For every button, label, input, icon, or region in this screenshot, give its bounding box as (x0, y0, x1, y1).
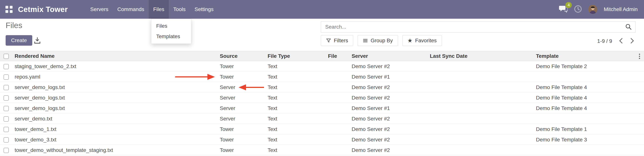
cell-server[interactable]: Demo Server #2 (350, 145, 428, 156)
menu-settings[interactable]: Settings (190, 0, 218, 19)
search-input[interactable] (321, 21, 622, 32)
cell-server[interactable]: Demo Server #2 (350, 135, 428, 145)
row-checkbox[interactable] (4, 85, 9, 90)
cell-server[interactable]: Demo Server #1 (350, 103, 428, 114)
column-header-server[interactable]: Server (350, 51, 428, 61)
avatar[interactable] (588, 5, 597, 14)
cell-file-type[interactable]: Text (265, 61, 326, 72)
row-checkbox[interactable] (4, 106, 9, 111)
search-submit-button[interactable] (622, 24, 635, 30)
table-row[interactable]: staging_tower_demo_2.txtTowerTextDemo Se… (0, 61, 644, 72)
cell-server[interactable]: Demo Server #2 (350, 114, 428, 124)
cell-template[interactable]: Demo File Template 2 (534, 61, 635, 72)
messages-button[interactable]: 4 (559, 5, 568, 14)
cell-template[interactable] (534, 72, 635, 82)
filters-button[interactable]: Filters (321, 35, 353, 46)
cell-last-sync-date[interactable] (428, 135, 534, 145)
cell-file-type[interactable]: Text (265, 72, 326, 82)
cell-template[interactable]: Demo File Template 4 (534, 82, 635, 93)
cell-source[interactable]: Tower (218, 72, 265, 82)
user-name[interactable]: Mitchell Admin (604, 6, 638, 12)
activity-button[interactable] (574, 5, 582, 14)
cell-rendered-name[interactable]: server_demo_logs.txt (12, 103, 218, 114)
favorites-button[interactable]: ★ Favorites (402, 35, 442, 46)
cell-source[interactable]: Tower (218, 135, 265, 145)
cell-last-sync-date[interactable] (428, 145, 534, 156)
cell-file[interactable] (326, 82, 350, 93)
cell-server[interactable]: Demo Server #2 (350, 61, 428, 72)
row-checkbox[interactable] (4, 148, 9, 153)
cell-source[interactable]: Server (218, 93, 265, 103)
table-row[interactable]: tower_demo_without_template_staging.txtT… (0, 145, 644, 156)
cell-template[interactable]: Demo File Template 4 (534, 103, 635, 114)
menu-servers[interactable]: Servers (86, 0, 113, 19)
column-header-template[interactable]: Template (534, 51, 635, 61)
cell-template[interactable]: Demo File Template 1 (534, 124, 635, 135)
select-all-checkbox[interactable] (4, 54, 9, 59)
cell-source[interactable]: Tower (218, 124, 265, 135)
cell-file-type[interactable]: Text (265, 145, 326, 156)
cell-file[interactable] (326, 61, 350, 72)
cell-rendered-name[interactable]: repos.yaml (12, 72, 218, 82)
table-row[interactable]: tower_demo_3.txtTowerTextDemo Server #2D… (0, 135, 644, 145)
cell-server[interactable]: Demo Server #2 (350, 82, 428, 93)
cell-source[interactable]: Server (218, 82, 265, 93)
cell-file-type[interactable]: Text (265, 82, 326, 93)
app-brand[interactable]: Cetmix Tower (18, 5, 68, 14)
row-checkbox[interactable] (4, 116, 9, 122)
cell-rendered-name[interactable]: server_demo_logs.txt (12, 93, 218, 103)
pager-next-button[interactable] (629, 37, 635, 45)
cell-rendered-name[interactable]: server_demo.txt (12, 114, 218, 124)
cell-last-sync-date[interactable] (428, 114, 534, 124)
cell-last-sync-date[interactable] (428, 124, 534, 135)
dropdown-item-files[interactable]: Files (151, 21, 191, 31)
cell-file[interactable] (326, 135, 350, 145)
cell-last-sync-date[interactable] (428, 72, 534, 82)
cell-file-type[interactable]: Text (265, 114, 326, 124)
cell-file-type[interactable]: Text (265, 103, 326, 114)
column-header-file[interactable]: File (326, 51, 350, 61)
menu-files[interactable]: Files (149, 0, 169, 19)
cell-file[interactable] (326, 145, 350, 156)
cell-file[interactable] (326, 93, 350, 103)
cell-last-sync-date[interactable] (428, 93, 534, 103)
row-checkbox[interactable] (4, 64, 9, 69)
cell-source[interactable]: Server (218, 103, 265, 114)
pager-prev-button[interactable] (618, 37, 624, 45)
cell-file[interactable] (326, 114, 350, 124)
column-header-last-sync-date[interactable]: Last Sync Date (428, 51, 534, 61)
menu-commands[interactable]: Commands (113, 0, 149, 19)
group-by-button[interactable]: Group By (358, 35, 398, 46)
dropdown-item-templates[interactable]: Templates (151, 31, 191, 42)
cell-rendered-name[interactable]: server_demo_logs.txt (12, 82, 218, 93)
cell-file-type[interactable]: Text (265, 135, 326, 145)
cell-file-type[interactable]: Text (265, 93, 326, 103)
table-row[interactable]: tower_demo_1.txtTowerTextDemo Server #2D… (0, 124, 644, 135)
column-header-rendered-name[interactable]: Rendered Name (12, 51, 218, 61)
cell-template[interactable]: Demo File Template 4 (534, 93, 635, 103)
cell-template[interactable] (534, 145, 635, 156)
row-checkbox[interactable] (4, 75, 9, 80)
cell-source[interactable]: Tower (218, 61, 265, 72)
cell-server[interactable]: Demo Server #2 (350, 124, 428, 135)
cell-template[interactable] (534, 114, 635, 124)
cell-file[interactable] (326, 124, 350, 135)
row-checkbox[interactable] (4, 137, 9, 143)
cell-template[interactable]: Demo File Template 3 (534, 135, 635, 145)
apps-menu-button[interactable] (0, 0, 18, 19)
cell-last-sync-date[interactable] (428, 82, 534, 93)
cell-source[interactable]: Tower (218, 145, 265, 156)
table-row[interactable]: server_demo_logs.txtServerTextDemo Serve… (0, 103, 644, 114)
cell-server[interactable]: Demo Server #2 (350, 93, 428, 103)
table-row[interactable]: repos.yamlTowerTextDemo Server #1 (0, 72, 644, 82)
create-button[interactable]: Create (6, 35, 32, 46)
cell-last-sync-date[interactable] (428, 103, 534, 114)
table-row[interactable]: server_demo_logs.txtServerTextDemo Serve… (0, 82, 644, 93)
row-checkbox[interactable] (4, 127, 9, 132)
row-checkbox[interactable] (4, 95, 9, 101)
cell-last-sync-date[interactable] (428, 61, 534, 72)
menu-tools[interactable]: Tools (169, 0, 190, 19)
cell-server[interactable]: Demo Server #1 (350, 72, 428, 82)
cell-rendered-name[interactable]: tower_demo_3.txt (12, 135, 218, 145)
cell-rendered-name[interactable]: tower_demo_1.txt (12, 124, 218, 135)
